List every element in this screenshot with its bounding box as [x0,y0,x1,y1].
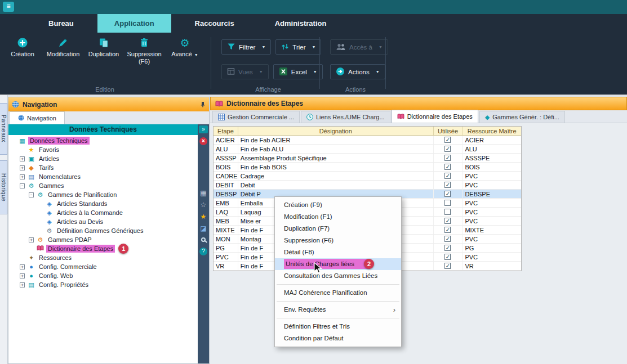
context-menu-item-definition-filtres-et-tris[interactable]: Définition Filtres et Tris [275,321,401,332]
tree-item-articles-standards[interactable]: ◈Articles Standards [8,199,198,208]
context-menu-item-creation-f9[interactable]: Création (F9) [275,199,401,211]
column-header-ressource-maitre[interactable]: Ressource Maître [463,127,521,135]
doc-tab-liens-res-ume-charg[interactable]: Liens Res./UME Charg... [301,111,390,123]
tree-item-definition-gammes-generiques[interactable]: ⚙Définition Gammes Génériques [8,226,198,235]
tree-item-articles[interactable]: +▣Articles [8,154,198,163]
table-row-debit[interactable]: DEBITDebit✓PVC [214,181,521,190]
doc-tab-gestion-commerciale[interactable]: Gestion Commerciale ... [212,111,300,123]
tree-item-config-commerciale[interactable]: +●Config. Commerciale [8,262,198,271]
expand-icon[interactable]: + [20,264,25,269]
expand-icon[interactable]: + [20,156,25,161]
table-row-alu[interactable]: ALUFin de Fab ALU✓ALU [214,145,521,154]
checkbox-utilisee[interactable] [444,209,451,215]
context-menu-item-maj-coherence-planification[interactable]: MAJ Cohérence Planification [275,287,401,299]
checkbox-utilisee[interactable]: ✓ [444,236,451,242]
context-menu-item-consultation-des-gammes-liees[interactable]: Consultation des Gammes Liées [275,270,401,282]
chevrons-icon[interactable]: » [199,125,208,133]
magnifier-icon[interactable] [201,237,206,242]
checkbox-utilisee[interactable]: ✓ [444,137,451,143]
context-menu-item-env-requetes[interactable]: Env. Requêtes› [275,304,401,316]
column-header-etape[interactable]: Etape [214,127,238,135]
ribbon-group-edition-buttons: CréationModificationDuplicationSuppressi… [0,33,210,65]
checkbox-utilisee[interactable]: ✓ [444,191,451,197]
ribbon-group-affichage-row2: Vues▼Excel▼ [221,64,327,79]
tree-item-nomenclatures[interactable]: +▤Nomenclatures [8,172,198,181]
checkbox-utilisee[interactable]: ✓ [444,218,451,224]
doc-tab-gammes-gener-defi[interactable]: ◆Gammes Génér. : Défi... [479,111,565,123]
checkbox-utilisee[interactable] [444,200,451,206]
app-icon[interactable]: ≡ [3,2,14,12]
tree-item-donnees-techniques[interactable]: ▦Données Techniques [8,136,198,145]
checkbox-utilisee[interactable]: ✓ [444,155,451,161]
pin-icon[interactable] [199,101,206,107]
checkbox-utilisee[interactable]: ✓ [444,227,451,233]
tab-navigation[interactable]: Navigation [10,111,65,124]
column-header-designation[interactable]: Désignation [238,127,434,135]
ribbon-button-suppression-f6[interactable]: Suppression (F6) [124,37,164,65]
ribbon-button-filtrer[interactable]: Filtrer▼ [221,39,271,55]
star-outline-icon[interactable]: ☆ [201,200,207,212]
ribbon-button-label: Actions [348,69,370,75]
ribbon-button-modification[interactable]: Modification [43,37,83,65]
ribbon-button-creation[interactable]: Création [2,37,43,65]
side-tab-historique[interactable]: Historique [0,160,7,214]
tree-item-gammes-de-planification[interactable]: -⚙Gammes de Planification [8,190,198,199]
menu-tab-administration[interactable]: Administration [258,14,344,33]
window-icon[interactable]: ▦ [200,188,206,200]
cell-utilisee [434,208,463,216]
panel-title: Navigation [23,101,57,109]
checkbox-utilisee[interactable]: ✓ [444,245,451,251]
collapse-icon[interactable]: - [29,192,34,197]
ribbon-button-avance[interactable]: ⚙Avancé▼ [164,37,205,65]
table-row-acier[interactable]: ACIERFin de Fab ACIER✓ACIER [214,136,521,145]
checkbox-utilisee[interactable]: ✓ [444,182,451,188]
checkbox-utilisee[interactable]: ✓ [444,173,451,179]
tree-item-ressources[interactable]: ✦Ressources [8,253,198,262]
close-icon[interactable]: × [199,137,207,145]
table-row-bois[interactable]: BOISFin de Fab BOIS✓BOIS [214,163,521,172]
cell-ressource: PVC [463,235,521,243]
cell-ressource: MIXTE [463,226,521,234]
tree-item-gammes-pdap[interactable]: +⚙Gammes PDAP [8,235,198,244]
collapse-icon[interactable]: - [20,183,25,188]
tree-item-articles-au-devis[interactable]: ◈Articles au Devis [8,217,198,226]
context-menu-item-duplication-f7[interactable]: Duplication (F7) [275,223,401,235]
menu-tab-application[interactable]: Application [97,14,171,33]
tree-item-config-proprietes[interactable]: +▤Config. Propriétés [8,280,198,289]
expand-icon[interactable]: + [20,282,25,287]
context-menu-item-suppression-f6[interactable]: Suppression (F6) [275,235,401,246]
table-row-cadre[interactable]: CADRECadrage✓PVC [214,172,521,181]
ribbon-button-trier[interactable]: Trier▼ [275,39,321,55]
context-menu-item-condition-par-defaut[interactable]: Condition par Défaut [275,332,401,344]
ribbon-button-actions[interactable]: Actions▼ [330,64,385,79]
tree-item-tarifs[interactable]: +◆Tarifs [8,163,198,172]
expand-icon[interactable]: + [20,273,25,278]
checkbox-utilisee[interactable]: ✓ [444,146,451,152]
tree-item-gammes[interactable]: -⚙Gammes [8,181,198,190]
tree-item-favoris[interactable]: ★Favoris [8,145,198,154]
context-menu-item-modification-f1[interactable]: Modification (F1) [275,211,401,223]
image-icon[interactable]: ◪ [200,223,206,235]
context-menu-item-detail-f8[interactable]: Détail (F8) [275,246,401,258]
column-header-utilisee[interactable]: Utilisée [434,127,463,135]
help-icon[interactable]: ? [199,248,207,255]
checkbox-utilisee[interactable]: ✓ [444,164,451,170]
dropdown-arrow-icon: ▼ [261,45,265,49]
checkbox-utilisee[interactable]: ✓ [444,254,451,260]
menu-tab-raccourcis[interactable]: Raccourcis [178,14,251,33]
tree-item-dictionnaire-des-etapes[interactable]: Dictionnaire des Etapes1 [8,244,198,253]
side-tab-panneaux[interactable]: Panneaux [0,103,7,155]
star-icon[interactable]: ★ [201,212,207,223]
ribbon-button-duplication[interactable]: Duplication [83,37,124,65]
doc-tab-dictionnaire-des-etapes[interactable]: Dictionnaire des Etapes [392,110,478,123]
context-menu-item-unites-de-charges-liees[interactable]: Unités de Charges liées2 [275,258,401,270]
menu-tab-bureau[interactable]: Bureau [32,14,91,33]
checkbox-utilisee[interactable]: ✓ [444,263,451,269]
tree-item-config-web[interactable]: +●Config. Web [8,271,198,280]
expand-icon[interactable]: + [20,174,25,179]
table-row-asssp[interactable]: ASSSPAssemblage Produit Spécifique✓ASSSP… [214,154,521,163]
expand-icon[interactable]: + [29,237,34,242]
expand-icon[interactable]: + [20,165,25,170]
ribbon-button-excel[interactable]: Excel▼ [273,64,323,79]
tree-item-articles-a-la-commande[interactable]: ◈Articles à la Commande [8,208,198,217]
